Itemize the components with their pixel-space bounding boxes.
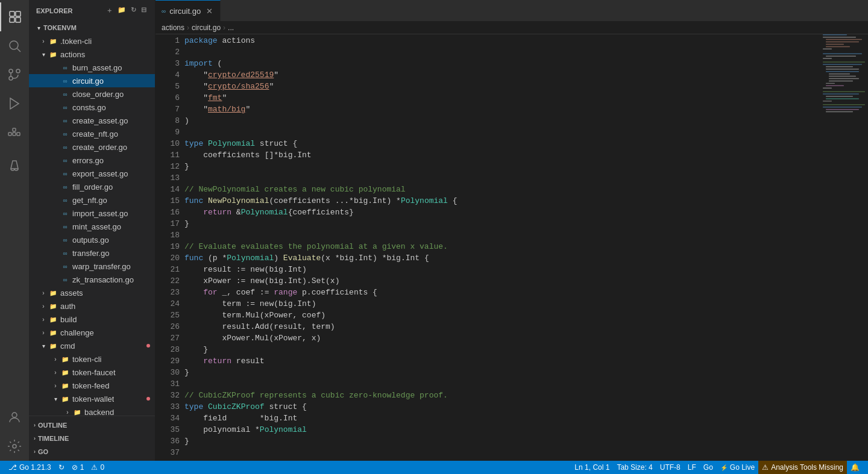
error-icon: ⊘ xyxy=(72,463,78,472)
tree-item-token-faucet[interactable]: › 📁 token-faucet xyxy=(29,366,155,379)
new-file-button[interactable]: ＋ xyxy=(105,5,114,16)
tree-item-fill-order[interactable]: ∞ fill_order.go xyxy=(29,180,155,193)
svg-rect-36 xyxy=(826,86,844,86)
tree-item-zk-transaction[interactable]: ∞ zk_transaction.go xyxy=(29,273,155,286)
status-sync[interactable]: ↻ xyxy=(55,461,68,474)
error-count: 1 xyxy=(80,463,84,472)
status-git-branch[interactable]: ⎇ Go 1.21.3 xyxy=(5,461,55,474)
timeline-header[interactable]: › TIMELINE xyxy=(29,432,155,445)
go-file-icon: ∞ xyxy=(60,116,70,125)
folder-icon: 📁 xyxy=(48,301,58,311)
go-file-icon: ∞ xyxy=(60,275,70,284)
code-editor[interactable]: package actions import ( "crypto/ed25519… xyxy=(184,34,820,461)
tree-item-build[interactable]: › 📁 build xyxy=(29,313,155,326)
activity-item-explorer[interactable] xyxy=(0,2,29,31)
activity-item-run[interactable] xyxy=(0,89,29,118)
tree-item-warp-transfer[interactable]: ∞ warp_transfer.go xyxy=(29,260,155,273)
refresh-button[interactable]: ↻ xyxy=(130,5,137,16)
status-go-live[interactable]: ⚡ Go Live xyxy=(717,461,758,474)
status-tab-size[interactable]: Tab Size: 4 xyxy=(613,461,656,474)
tree-item-create-nft[interactable]: ∞ create_nft.go xyxy=(29,127,155,140)
tree-item-token-wallet[interactable]: ▾ 📁 token-wallet xyxy=(29,392,155,405)
minimap xyxy=(820,34,868,461)
folder-icon: 📁 xyxy=(48,49,58,59)
tree-item-create-order[interactable]: ∞ create_order.go xyxy=(29,140,155,154)
tree-item-actions[interactable]: ▾ 📁 actions xyxy=(29,48,155,61)
status-notifications[interactable]: 🔔 xyxy=(847,461,863,474)
tree-root-tokenvm[interactable]: ▾ TOKENVM xyxy=(29,21,155,34)
activity-item-search[interactable] xyxy=(0,31,29,60)
chevron-down-icon: ▾ xyxy=(51,394,60,404)
activity-item-settings[interactable] xyxy=(0,432,29,461)
svg-point-7 xyxy=(16,69,20,73)
status-warnings[interactable]: ⚠ 0 xyxy=(87,461,108,474)
folder-icon: 📁 xyxy=(48,314,58,324)
tree-item-create-asset[interactable]: ∞ create_asset.go xyxy=(29,114,155,127)
tree-item-export-asset[interactable]: ∞ export_asset.go xyxy=(29,167,155,180)
breadcrumb: actions › circuit.go › ... xyxy=(156,21,868,34)
tree-item-auth[interactable]: › 📁 auth xyxy=(29,299,155,313)
tree-item-transfer[interactable]: ∞ transfer.go xyxy=(29,246,155,260)
activity-item-account[interactable] xyxy=(0,403,29,432)
status-errors[interactable]: ⊘ 1 xyxy=(68,461,88,474)
tree-item-assets[interactable]: › 📁 assets xyxy=(29,286,155,299)
tree-item-cmd[interactable]: ▾ 📁 cmd xyxy=(29,339,155,352)
tree-label: create_asset.go xyxy=(72,116,128,125)
tree-item-backend[interactable]: › 📁 backend xyxy=(29,405,155,416)
status-encoding[interactable]: UTF-8 xyxy=(656,461,684,474)
tree-item-get-nft[interactable]: ∞ get_nft.go xyxy=(29,193,155,207)
svg-rect-33 xyxy=(829,78,859,79)
svg-rect-10 xyxy=(8,133,11,136)
go-file-icon: ∞ xyxy=(60,102,70,112)
tree-item-burn-asset[interactable]: ∞ burn_asset.go xyxy=(29,61,155,74)
bell-icon: 🔔 xyxy=(851,463,860,472)
outline-header[interactable]: › OUTLINE xyxy=(29,419,155,432)
go-section-header[interactable]: › GO xyxy=(29,445,155,458)
tree-item-token-cli[interactable]: › 📁 token-cli xyxy=(29,352,155,366)
svg-rect-12 xyxy=(17,133,20,136)
go-file-icon: ∞ xyxy=(60,63,70,72)
tab-circuit-go[interactable]: ∞ circuit.go ✕ xyxy=(156,0,221,21)
tree-label: circuit.go xyxy=(72,76,104,86)
svg-rect-20 xyxy=(826,44,844,45)
line-numbers: 1234567891011121314151617181920212223242… xyxy=(156,34,184,461)
svg-rect-43 xyxy=(823,104,865,105)
svg-rect-35 xyxy=(826,83,835,84)
tree-item-mint-asset[interactable]: ∞ mint_asset.go xyxy=(29,220,155,233)
tree-item-errors[interactable]: ∞ errors.go xyxy=(29,154,155,167)
tree-item-import-asset[interactable]: ∞ import_asset.go xyxy=(29,207,155,220)
status-analysis-tools[interactable]: ⚠ Analysis Tools Missing xyxy=(758,461,847,474)
tree-label: actions xyxy=(60,50,85,59)
tab-close-button[interactable]: ✕ xyxy=(204,6,214,16)
folder-icon: 📁 xyxy=(60,381,70,390)
tree-item-outputs[interactable]: ∞ outputs.go xyxy=(29,233,155,246)
tree-item-consts[interactable]: ∞ consts.go xyxy=(29,101,155,114)
svg-rect-44 xyxy=(823,107,862,107)
collapse-button[interactable]: ⊟ xyxy=(140,5,148,16)
tree-item-token-cli[interactable]: › 📁 .token-cli xyxy=(29,34,155,48)
folder-icon: 📁 xyxy=(48,341,58,351)
tree-label: warp_transfer.go xyxy=(72,262,131,271)
status-line-ending[interactable]: LF xyxy=(684,461,700,474)
breadcrumb-circuit-go[interactable]: circuit.go xyxy=(192,23,221,32)
activity-item-testing[interactable] xyxy=(0,152,29,181)
activity-item-extensions[interactable] xyxy=(0,118,29,147)
tree-item-circuit[interactable]: ∞ circuit.go xyxy=(29,74,155,87)
status-bar: ⎇ Go 1.21.3 ↻ ⊘ 1 ⚠ 0 Ln 1, Col 1 Tab Si… xyxy=(0,461,868,474)
folder-icon: 📁 xyxy=(60,394,70,404)
chevron-right-icon: › xyxy=(51,367,60,377)
breadcrumb-actions[interactable]: actions xyxy=(162,23,184,32)
editor-content[interactable]: 1234567891011121314151617181920212223242… xyxy=(156,34,820,461)
encoding-label: UTF-8 xyxy=(660,463,681,472)
svg-rect-27 xyxy=(823,64,862,64)
new-folder-button[interactable]: 📁 xyxy=(116,5,127,16)
tree-item-challenge[interactable]: › 📁 challenge xyxy=(29,326,155,339)
tree-label: import_asset.go xyxy=(72,209,128,218)
tree-item-token-feed[interactable]: › 📁 token-feed xyxy=(29,379,155,392)
tree-label: mint_asset.go xyxy=(72,222,121,231)
tree-item-close-order[interactable]: ∞ close_order.go xyxy=(29,87,155,101)
breadcrumb-ellipsis[interactable]: ... xyxy=(228,23,234,32)
status-position[interactable]: Ln 1, Col 1 xyxy=(571,461,613,474)
activity-item-source-control[interactable] xyxy=(0,60,29,89)
status-language[interactable]: Go xyxy=(700,461,717,474)
